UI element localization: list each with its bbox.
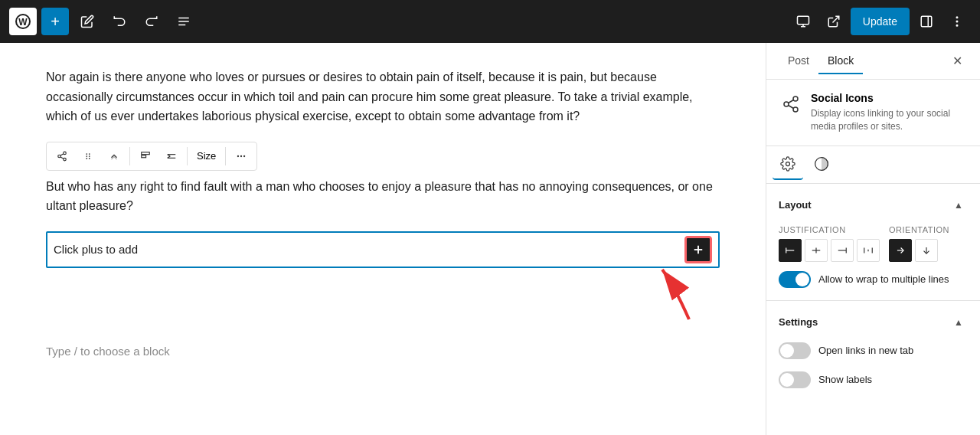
update-button[interactable]: Update <box>851 8 910 35</box>
add-icon-btn[interactable] <box>684 236 712 263</box>
tab-block[interactable]: Block <box>818 48 863 74</box>
toolbar-share-btn[interactable] <box>50 144 74 168</box>
layout-grid: JUSTIFICATION <box>779 225 968 262</box>
orientation-buttons <box>889 239 968 262</box>
orientation-label: ORIENTATION <box>889 225 968 234</box>
social-icons-icon <box>779 92 803 116</box>
svg-point-15 <box>58 155 61 158</box>
block-info: Social Icons Display icons linking to yo… <box>766 80 980 146</box>
svg-line-40 <box>789 106 794 109</box>
orientation-horizontal-btn[interactable] <box>889 239 912 262</box>
layout-section-header: Layout ▲ <box>779 196 968 214</box>
justify-buttons <box>779 239 880 262</box>
svg-rect-9 <box>921 16 932 27</box>
toolbar-size-btn[interactable]: Size <box>191 147 222 165</box>
layout-section: Layout ▲ JUSTIFICATION <box>766 184 980 301</box>
justify-right-btn[interactable] <box>831 239 854 262</box>
open-links-toggle-knob <box>780 344 794 358</box>
settings-section-title: Settings <box>779 316 818 328</box>
sidebar-icons-row <box>766 146 980 184</box>
show-labels-toggle[interactable] <box>779 371 811 388</box>
more-options-btn[interactable] <box>943 8 971 35</box>
edit-icon-btn[interactable] <box>74 8 101 35</box>
svg-point-12 <box>956 21 958 22</box>
svg-rect-25 <box>142 152 150 155</box>
inline-toolbar: Size <box>46 142 257 171</box>
svg-point-19 <box>86 153 87 155</box>
svg-line-17 <box>60 157 64 159</box>
redo-btn[interactable] <box>138 8 165 35</box>
wrap-toggle[interactable] <box>779 271 811 288</box>
external-link-btn[interactable] <box>820 8 848 35</box>
wrap-toggle-label: Allow to wrap to multiple lines <box>818 273 949 285</box>
justify-center-btn[interactable] <box>805 239 828 262</box>
preview-desktop-btn[interactable] <box>789 8 817 35</box>
editor-paragraph-1: Nor again is there anyone who loves or p… <box>46 67 720 126</box>
svg-text:W: W <box>18 17 28 28</box>
justify-space-btn[interactable] <box>857 239 880 262</box>
justification-group: JUSTIFICATION <box>779 225 880 262</box>
editor-paragraph-2-wrapper: Size But who has any right to find fault… <box>46 142 720 216</box>
svg-point-39 <box>793 107 798 112</box>
justification-label: JUSTIFICATION <box>779 225 880 234</box>
show-labels-toggle-label: Show labels <box>818 374 872 385</box>
sidebar-toggle-btn[interactable] <box>913 8 940 35</box>
svg-line-41 <box>789 100 794 103</box>
settings-collapse-btn[interactable]: ▲ <box>949 313 968 332</box>
svg-point-13 <box>956 25 958 27</box>
arrow-svg <box>620 262 712 323</box>
type-hint: Type / to choose a block <box>46 345 720 358</box>
toolbar-indent-btn[interactable] <box>159 144 184 168</box>
undo-btn[interactable] <box>106 8 133 35</box>
toolbar-more-btn[interactable] <box>229 144 253 168</box>
selected-block-row: Click plus to add <box>46 231 720 268</box>
layout-collapse-btn[interactable]: ▲ <box>949 196 968 214</box>
sidebar-header: Post Block ✕ <box>766 43 980 80</box>
svg-rect-5 <box>797 16 808 25</box>
tab-post[interactable]: Post <box>779 48 818 74</box>
svg-rect-26 <box>142 155 146 158</box>
list-view-btn[interactable] <box>170 8 198 35</box>
settings-section-header: Settings ▲ <box>779 313 968 332</box>
block-info-text: Social Icons Display icons linking to yo… <box>811 92 968 133</box>
block-description: Display icons linking to your social med… <box>811 107 968 133</box>
block-name: Social Icons <box>811 92 968 104</box>
show-labels-toggle-knob <box>780 373 794 387</box>
svg-point-24 <box>89 158 90 159</box>
toolbar-align-left-btn[interactable] <box>133 144 158 168</box>
orientation-vertical-btn[interactable] <box>915 239 938 262</box>
svg-point-16 <box>64 158 67 161</box>
top-bar-right-icons: Update <box>789 8 971 35</box>
svg-line-8 <box>832 16 838 22</box>
svg-point-14 <box>64 152 67 155</box>
top-bar: W + Update <box>0 0 980 43</box>
toolbar-divider-2 <box>187 147 188 165</box>
svg-point-32 <box>240 155 242 157</box>
layout-section-title: Layout <box>779 199 812 211</box>
justify-left-btn[interactable] <box>779 239 802 262</box>
main-layout: Nor again is there anyone who loves or p… <box>0 43 980 435</box>
arrow-annotation <box>46 277 720 339</box>
svg-point-31 <box>237 155 239 157</box>
svg-point-37 <box>793 96 798 101</box>
svg-line-18 <box>60 154 64 155</box>
svg-point-11 <box>956 17 958 18</box>
sidebar-close-btn[interactable]: ✕ <box>946 51 968 72</box>
svg-point-42 <box>786 162 790 165</box>
orientation-group: ORIENTATION <box>889 225 968 262</box>
open-links-toggle-label: Open links in new tab <box>818 345 913 356</box>
sidebar: Post Block ✕ Social Icons Display icons … <box>766 43 980 435</box>
editor-paragraph-2: But who has any right to find fault with… <box>46 177 720 216</box>
show-labels-toggle-row: Show labels <box>779 371 968 388</box>
toolbar-divider-1 <box>129 147 130 165</box>
toolbar-move-btn[interactable] <box>102 144 126 168</box>
open-links-toggle[interactable] <box>779 342 811 359</box>
add-block-top-button[interactable]: + <box>41 8 69 35</box>
sidebar-settings-tab[interactable] <box>773 149 803 180</box>
svg-point-33 <box>243 155 245 157</box>
sidebar-styles-tab[interactable] <box>806 149 837 180</box>
toolbar-drag-btn[interactable] <box>76 144 100 168</box>
wp-logo: W <box>9 8 37 35</box>
svg-point-38 <box>784 102 789 106</box>
open-links-toggle-row: Open links in new tab <box>779 342 968 359</box>
